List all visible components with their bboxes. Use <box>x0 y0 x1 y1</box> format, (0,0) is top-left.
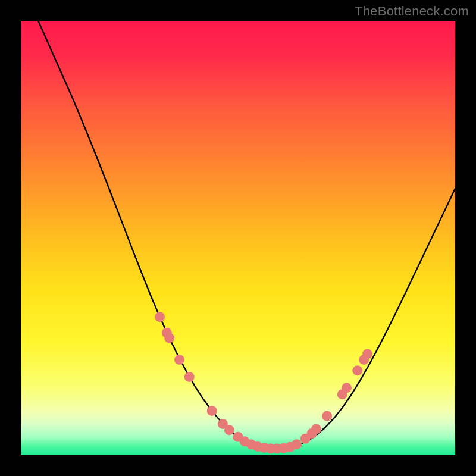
marker-dot <box>174 355 184 365</box>
marker-dot <box>207 406 217 416</box>
marker-dot <box>184 372 195 382</box>
marker-dot <box>342 383 352 393</box>
marker-dot <box>322 411 332 421</box>
marker-dot <box>292 439 302 449</box>
marker-dot <box>362 349 372 359</box>
marker-dot <box>352 365 362 375</box>
marker-dot <box>164 333 174 343</box>
curve-layer <box>21 21 455 455</box>
bottleneck-curve <box>38 21 455 449</box>
watermark-text: TheBottleneck.com <box>355 4 469 19</box>
marker-dot <box>311 424 321 434</box>
plot-area <box>21 21 455 455</box>
chart-container: TheBottleneck.com <box>0 0 476 476</box>
marker-dot <box>224 425 234 435</box>
marker-dot <box>155 312 165 322</box>
